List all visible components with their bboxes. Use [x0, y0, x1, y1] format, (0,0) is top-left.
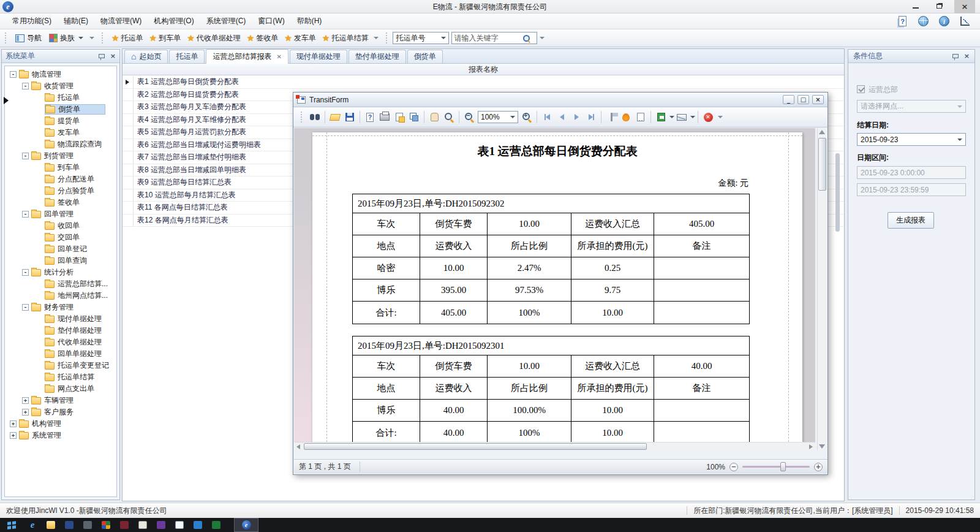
taskbar-document-icon[interactable]: [170, 518, 189, 532]
taskbar-mail-app-icon[interactable]: [189, 518, 207, 532]
tree-item-org-mgmt[interactable]: 机构管理: [5, 418, 116, 430]
pin-icon[interactable]: [952, 53, 958, 59]
range-end-input[interactable]: 2015-09-23 23:59:59: [857, 183, 966, 196]
tree-item-collect-docs[interactable]: 代收单据处理: [5, 336, 116, 348]
menu-organization[interactable]: 机构管理(O): [148, 13, 200, 29]
collapse-icon[interactable]: [22, 153, 29, 159]
collapse-icon[interactable]: [22, 83, 29, 89]
tree-item-receipt-docs[interactable]: 回单单据处理: [5, 348, 116, 360]
toolbar-grip[interactable]: [5, 32, 8, 44]
zoom-slider[interactable]: [742, 466, 810, 468]
expand-icon[interactable]: [22, 409, 29, 416]
menu-logistics[interactable]: 物流管理(W): [94, 13, 148, 29]
toolbar-overflow-icon[interactable]: [718, 116, 723, 118]
minimize-button[interactable]: _: [783, 95, 794, 104]
favorite-arrival-truck[interactable]: 到车单: [146, 31, 184, 45]
print-icon[interactable]: [377, 110, 392, 124]
tree-item-hq-settle-report[interactable]: 运营总部结算...: [5, 278, 116, 290]
taskbar-database-icon[interactable]: [115, 518, 134, 532]
toolbar-grip[interactable]: [386, 32, 389, 44]
watermark-icon[interactable]: [619, 110, 633, 124]
tree-item-logistics-mgmt[interactable]: 物流管理: [5, 69, 116, 80]
scroll-down-icon[interactable]: [819, 444, 825, 449]
tab-hq-settle-report[interactable]: 运营总部结算报表✕: [206, 49, 288, 64]
tree-item-receipt-mgmt[interactable]: 回单管理: [5, 208, 116, 220]
tree-item-branch-delivery[interactable]: 分点配送单: [5, 173, 116, 185]
prev-page-icon[interactable]: [554, 110, 569, 124]
search-icon[interactable]: [522, 34, 530, 42]
zoom-level-select[interactable]: 100%: [478, 111, 518, 123]
last-page-icon[interactable]: [584, 110, 598, 124]
taskbar-office-icon[interactable]: [97, 518, 115, 532]
report-preview-area[interactable]: 表1 运营总部每日倒货费分配表 金额: 元 2015年09月23日,单号:DH2…: [294, 128, 815, 450]
tab-advance-docs[interactable]: 垫付单据处理: [349, 50, 406, 63]
favorite-dispatch[interactable]: 发车单: [281, 31, 319, 45]
edit-page-icon[interactable]: [633, 110, 648, 124]
taskbar-system-icon[interactable]: [78, 518, 97, 532]
scroll-left-icon[interactable]: [296, 444, 300, 449]
tree-item-arrival-mgmt[interactable]: 到货管理: [5, 150, 116, 162]
tree-item-branch-inspect[interactable]: 分点验货单: [5, 185, 116, 197]
close-icon[interactable]: ×: [964, 53, 970, 59]
tree-item-vehicle-mgmt[interactable]: 车辆管理: [5, 395, 116, 406]
zoom-in-button[interactable]: +: [814, 463, 823, 471]
help-doc-icon[interactable]: ?: [897, 15, 909, 28]
list-scrollbar-thumb[interactable]: [835, 153, 840, 232]
tree-item-branch-settle-report[interactable]: 地州网点结算...: [5, 290, 116, 302]
zoom-tool-icon[interactable]: [442, 110, 456, 124]
chevron-down-icon[interactable]: [669, 116, 674, 118]
info-icon[interactable]: i: [938, 15, 951, 28]
stop-icon[interactable]: ✕: [701, 110, 715, 124]
taskbar-folder-icon[interactable]: [42, 518, 60, 532]
preview-vertical-scrollbar[interactable]: [817, 128, 827, 450]
favorite-consign-order[interactable]: 托运单: [108, 31, 146, 45]
tree-item-tracking-query[interactable]: 物流跟踪查询: [5, 139, 116, 150]
zoom-out-icon[interactable]: −: [462, 110, 477, 124]
zoom-out-button[interactable]: −: [729, 463, 738, 471]
favorite-collect-docs[interactable]: 代收单据处理: [184, 31, 244, 45]
taskbar-ewuliu-active-app[interactable]: e: [234, 518, 258, 532]
tree-item-consign-order[interactable]: 托运单: [5, 92, 116, 104]
tab-start-page[interactable]: 起始页: [124, 50, 168, 63]
transit-form-titlebar[interactable]: TransitForm _ □ ×: [293, 93, 827, 107]
scrollbar-thumb[interactable]: [304, 443, 647, 450]
tree-item-system-mgmt[interactable]: 系统管理: [5, 430, 116, 441]
tree-item-consign-change[interactable]: 托运单变更登记: [5, 360, 116, 371]
close-icon[interactable]: ×: [110, 53, 116, 59]
menu-window[interactable]: 窗口(W): [252, 13, 290, 29]
scroll-right-icon[interactable]: [809, 444, 813, 449]
tree-item-branch-expense[interactable]: 网点支出单: [5, 383, 116, 395]
tree-item-consign-settle[interactable]: 托运单结算: [5, 371, 116, 383]
taskbar-start-button[interactable]: [0, 518, 23, 532]
open-icon[interactable]: [328, 110, 342, 124]
collapse-icon[interactable]: [22, 304, 29, 311]
collapse-icon[interactable]: [22, 269, 29, 276]
tree-item-arrival-truck[interactable]: 到车单: [5, 162, 116, 173]
network-select[interactable]: 请选择网点...: [857, 100, 966, 113]
close-button[interactable]: ×: [954, 0, 975, 13]
tree-item-stats-analysis[interactable]: 统计分析: [5, 267, 116, 278]
hand-tool-icon[interactable]: [427, 110, 442, 124]
email-icon[interactable]: [674, 110, 689, 124]
taskbar-purple-app-icon[interactable]: [152, 518, 170, 532]
menu-assist[interactable]: 辅助(E): [58, 13, 94, 29]
chevron-down-icon[interactable]: [690, 116, 695, 118]
menu-common[interactable]: 常用功能(S): [6, 13, 58, 29]
preview-horizontal-scrollbar[interactable]: [294, 442, 815, 450]
report-name-column-header[interactable]: 报表名称: [123, 64, 844, 75]
next-page-icon[interactable]: [569, 110, 584, 124]
page-setup-icon[interactable]: [363, 110, 377, 124]
tab-close-icon[interactable]: ✕: [276, 54, 281, 60]
tree-item-receive-receipt[interactable]: 收回单: [5, 220, 116, 232]
maximize-button[interactable]: [929, 0, 949, 13]
scroll-up-icon[interactable]: [819, 130, 825, 134]
report-row-1[interactable]: 表1 运营总部每日倒货费分配表: [123, 76, 844, 89]
tree-item-receive-mgmt[interactable]: 收货管理: [5, 80, 116, 92]
toolbar-grip[interactable]: [102, 32, 105, 44]
menu-help[interactable]: 帮助(H): [291, 13, 328, 29]
settle-date-select[interactable]: 2015-09-23: [857, 133, 966, 146]
tree-item-finance-mgmt[interactable]: 财务管理: [5, 302, 116, 313]
close-button[interactable]: ×: [812, 95, 824, 104]
expand-icon[interactable]: [22, 397, 29, 404]
save-icon[interactable]: [342, 110, 357, 124]
